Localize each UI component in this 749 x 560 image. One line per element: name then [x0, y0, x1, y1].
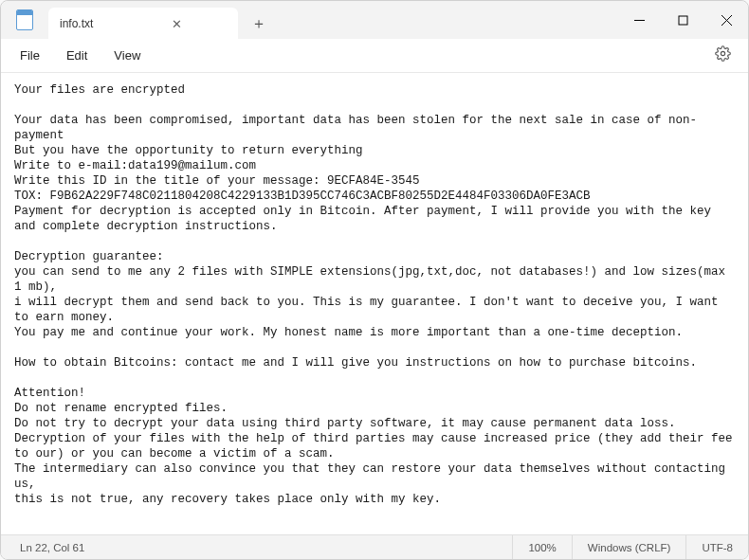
file-tab[interactable]: info.txt ✕ [48, 8, 238, 40]
statusbar: Ln 22, Col 61 100% Windows (CRLF) UTF-8 [1, 534, 748, 559]
menubar: File Edit View [1, 39, 748, 73]
svg-rect-1 [679, 16, 687, 25]
new-tab-button[interactable]: ＋ [244, 9, 274, 39]
minimize-button[interactable] [617, 1, 661, 39]
settings-button[interactable] [705, 40, 740, 71]
minimize-icon [634, 15, 645, 26]
tab-close-button[interactable]: ✕ [169, 17, 185, 31]
maximize-button[interactable] [661, 1, 704, 39]
app-icon-area [1, 1, 48, 39]
text-content[interactable]: Your files are encrypted Your data has b… [1, 73, 748, 534]
svg-point-4 [721, 51, 724, 55]
close-button[interactable] [704, 1, 748, 39]
cursor-position: Ln 22, Col 61 [1, 535, 100, 559]
gear-icon [715, 45, 731, 62]
maximize-icon [678, 15, 688, 26]
menu-edit[interactable]: Edit [55, 43, 99, 68]
zoom-level[interactable]: 100% [512, 535, 571, 559]
menu-view[interactable]: View [102, 43, 152, 68]
titlebar: info.txt ✕ ＋ [1, 1, 748, 39]
tabs-area: info.txt ✕ ＋ [48, 1, 617, 39]
tab-title: info.txt [60, 17, 93, 30]
close-icon [722, 15, 732, 26]
window-controls [617, 1, 748, 39]
line-ending[interactable]: Windows (CRLF) [572, 535, 686, 559]
encoding[interactable]: UTF-8 [685, 535, 748, 559]
menu-file[interactable]: File [9, 43, 51, 68]
notepad-icon [16, 9, 33, 30]
